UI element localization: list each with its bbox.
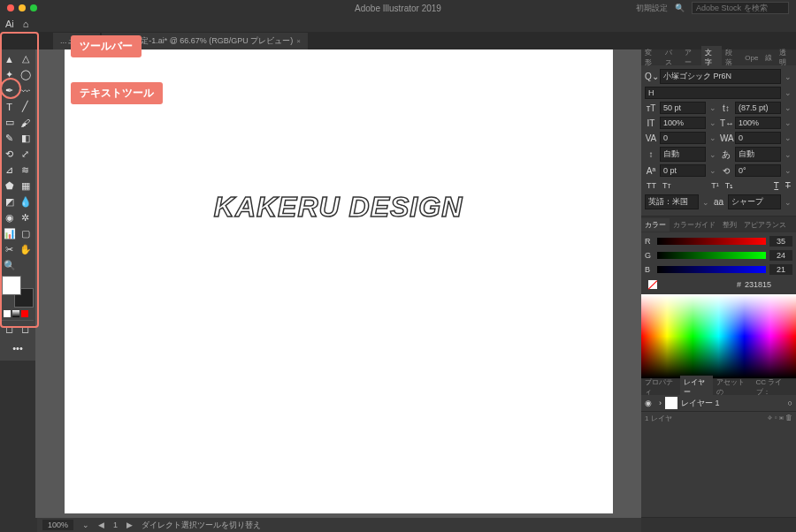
maximize-window-button[interactable]: [30, 4, 37, 11]
subscript-button[interactable]: T₁: [723, 179, 736, 192]
visibility-icon[interactable]: ◉: [645, 399, 655, 407]
search-icon: 🔍: [675, 4, 685, 12]
r-label: R: [645, 237, 654, 246]
font-style-field[interactable]: H: [645, 87, 781, 99]
close-window-button[interactable]: [7, 4, 14, 11]
app-logo[interactable]: Ai: [5, 19, 14, 29]
kerning-field[interactable]: 0: [660, 132, 706, 144]
g-value[interactable]: 24: [769, 250, 792, 261]
caps-button[interactable]: TT: [645, 179, 658, 192]
window-controls: [7, 4, 37, 11]
panel-tab-art[interactable]: アー: [681, 46, 701, 69]
delete-layer-icon[interactable]: 🗑: [785, 414, 792, 422]
home-icon[interactable]: ⌂: [23, 19, 29, 29]
annotation-callout-text-tool: テキストツール: [71, 82, 163, 104]
app-menubar: Ai ⌂: [0, 16, 796, 32]
layer-name[interactable]: レイヤー 1: [681, 398, 720, 409]
panel-tab-path[interactable]: パス: [662, 46, 682, 69]
panel-tab-paragraph[interactable]: 段落: [722, 46, 742, 69]
hscale-field[interactable]: 100%: [735, 117, 781, 129]
locate-layer-icon[interactable]: ⎆: [768, 414, 772, 422]
workspace-preset[interactable]: 初期設定: [636, 3, 668, 14]
canvas-text-object[interactable]: KAKERU DESIGN: [214, 191, 463, 224]
dropdown-icon[interactable]: ⌄: [701, 198, 710, 207]
canvas-area[interactable]: KAKERU DESIGN: [35, 49, 641, 518]
rotation-field[interactable]: 0°: [735, 164, 781, 177]
panel-tab-appearance[interactable]: アピアランス: [740, 218, 790, 232]
panel-tab-align[interactable]: 整列: [719, 218, 740, 232]
leading-field[interactable]: (87.5 pt): [735, 102, 781, 114]
strikethrough-button[interactable]: T̶: [784, 179, 792, 192]
baseline-icon: Aª: [645, 166, 657, 176]
panel-tab-cclibs[interactable]: CC ライブ：: [753, 376, 797, 399]
auto1-field[interactable]: 自動: [660, 147, 706, 162]
language-field[interactable]: 英語：米国: [645, 194, 699, 209]
artboard[interactable]: KAKERU DESIGN: [65, 49, 613, 513]
dropdown-icon[interactable]: ⌄: [784, 166, 792, 175]
b-slider[interactable]: [657, 266, 766, 273]
dropdown-icon[interactable]: ⌄: [784, 133, 792, 142]
right-panels: 変形 パス アー 文字 段落 Ope 線 透明 Q⌄ 小塚ゴシック Pr6N ⌄…: [641, 49, 796, 518]
b-value[interactable]: 21: [769, 264, 792, 275]
statusbar: 100% ⌄ ◀ 1 ▶ ダイレクト選択ツールを切り替え: [37, 518, 641, 532]
new-layer-icon[interactable]: ▣: [779, 414, 784, 422]
anti-alias-field[interactable]: シャープ: [728, 194, 782, 209]
dropdown-icon[interactable]: ⌄: [708, 166, 717, 175]
none-color-icon[interactable]: [648, 280, 657, 289]
dropdown-icon[interactable]: ⌄: [708, 150, 717, 159]
dropdown-icon[interactable]: ⌄: [708, 133, 717, 142]
panel-tab-layers[interactable]: レイヤー: [680, 376, 713, 399]
panel-tab-color[interactable]: カラー: [641, 218, 670, 232]
superscript-button[interactable]: T¹: [709, 179, 721, 192]
font-family-field[interactable]: 小塚ゴシック Pr6N: [660, 69, 781, 84]
panel-tab-character[interactable]: 文字: [701, 46, 722, 69]
hex-label: #: [737, 280, 741, 289]
dropdown-icon[interactable]: ⌄: [784, 88, 792, 97]
dropdown-icon[interactable]: ⌄: [784, 103, 792, 112]
dropdown-icon[interactable]: ⌄: [708, 118, 717, 127]
smallcaps-button[interactable]: Tт: [661, 179, 673, 192]
target-icon[interactable]: ○: [788, 399, 792, 407]
new-sublayer-icon[interactable]: ▫: [775, 414, 777, 422]
kerning-icon: VA: [645, 133, 657, 143]
panel-tab-properties[interactable]: プロパティ: [641, 376, 680, 399]
artboard-nav[interactable]: 1: [113, 521, 118, 529]
zoom-level[interactable]: 100%: [42, 520, 73, 530]
stock-search-input[interactable]: [692, 2, 789, 14]
dropdown-icon[interactable]: ⌄: [708, 103, 717, 112]
status-tool-label: ダイレクト選択ツールを切り替え: [142, 520, 261, 531]
expand-icon[interactable]: ›: [659, 399, 662, 407]
r-slider[interactable]: [657, 238, 766, 245]
nav-prev-icon[interactable]: ◀: [98, 521, 104, 529]
tracking-field[interactable]: 0: [735, 132, 781, 144]
panel-tab-transparency[interactable]: 透明: [776, 46, 796, 69]
edit-toolbar[interactable]: •••: [2, 338, 34, 359]
leading-icon: t↕: [720, 103, 732, 113]
font-size-field[interactable]: 50 pt: [660, 102, 706, 114]
auto2-field[interactable]: 自動: [735, 147, 781, 162]
panel-tab-transform[interactable]: 変形: [641, 46, 662, 69]
r-value[interactable]: 35: [769, 236, 792, 247]
panel-tab-opentype[interactable]: Ope: [741, 52, 762, 64]
close-tab-icon[interactable]: ×: [296, 37, 301, 45]
baseline-field[interactable]: 0 pt: [660, 164, 706, 177]
hex-field[interactable]: 231815: [745, 280, 789, 289]
panel-tab-colorguide[interactable]: カラーガイド: [670, 218, 719, 232]
dropdown-icon[interactable]: ⌄: [784, 150, 792, 159]
layers-panel: プロパティ レイヤー アセットの CC ライブ： ◉ › レイヤー 1 ○ 1 …: [641, 379, 796, 518]
g-slider[interactable]: [657, 252, 766, 259]
dropdown-icon[interactable]: ⌄: [784, 72, 792, 81]
color-spectrum[interactable]: [641, 294, 796, 378]
panel-tab-assets[interactable]: アセットの: [713, 376, 752, 399]
dropdown-icon[interactable]: ⌄: [82, 521, 89, 529]
minimize-window-button[interactable]: [19, 4, 26, 11]
app-title: Adobe Illustrator 2019: [355, 4, 441, 13]
vscale-field[interactable]: 100%: [660, 117, 706, 129]
nav-next-icon[interactable]: ▶: [126, 521, 133, 529]
panel-tab-stroke[interactable]: 線: [762, 51, 776, 65]
dropdown-icon[interactable]: ⌄: [784, 198, 792, 207]
dropdown-icon[interactable]: ⌄: [784, 118, 792, 127]
annotation-callout-toolbar: ツールバー: [71, 35, 142, 57]
underline-button[interactable]: T̲: [772, 179, 781, 192]
anti-alias-icon: aa: [713, 197, 725, 207]
